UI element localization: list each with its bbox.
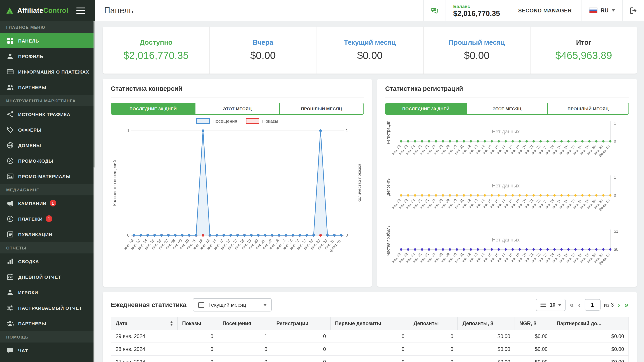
column-header[interactable]: Дата [111,317,178,330]
sidebar-item-payments-info[interactable]: ИНФОРМАЦИЯ О ПЛАТЕЖАХ [0,64,95,79]
svg-text:$0: $0 [614,247,618,252]
chat-button[interactable] [423,0,445,21]
sidebar-scrollbar-thumb[interactable] [94,21,95,168]
conversions-chart: 1010Количество посещенийКоличество показ… [111,124,364,261]
logout-button[interactable] [622,0,644,21]
notification-badge: 1 [46,215,52,222]
sidebar-item-chat[interactable]: ЧАТ [0,342,95,358]
page-number-input[interactable] [584,299,600,310]
sidebar-item-panel[interactable]: ПАНЕЛЬ [0,33,95,48]
legend-swatch [246,118,260,124]
table-cell: 0 [178,356,218,362]
registrations-tab[interactable]: ПРОШЛЫЙ МЕСЯЦ [548,103,628,114]
summary-card-available: Доступно$2,016,770.35 [103,26,210,74]
sidebar-item-label: ОФФЕРЫ [18,127,42,132]
pagination-controls: 10 « ‹ из 3 › » [536,299,629,311]
column-header[interactable]: Показы [178,317,218,330]
conversions-tab[interactable]: ПРОШЛЫЙ МЕСЯЦ [279,103,364,114]
column-header[interactable]: Партнерский до... [552,317,629,330]
column-header[interactable]: Депозиты [409,317,458,330]
pagination-prev-button[interactable]: ‹ [578,301,581,308]
column-header[interactable]: Депозиты, $ [458,317,515,330]
conversions-tab[interactable]: ЭТОТ МЕСЯЦ [195,103,279,114]
sidebar-item-traffic-source[interactable]: ИСТОЧНИК ТРАФИКА [0,106,95,122]
column-header[interactable]: Первые депозиты [330,317,409,330]
partners-group-icon [6,320,14,327]
pagination-last-button[interactable]: » [624,301,629,308]
traffic-source-icon [6,110,14,118]
table-row[interactable]: 27 янв. 202400000$0.00$0.00$0.00 [111,356,629,362]
sidebar-item-domains[interactable]: ДОМЕНЫ [0,137,95,153]
legend-item[interactable]: Посещения [196,118,237,124]
registrations-tabs: ПОСЛЕДНИЕ 30 ДНЕЙЭТОТ МЕСЯЦПРОШЛЫЙ МЕСЯЦ [385,103,629,115]
registrations-tab[interactable]: ЭТОТ МЕСЯЦ [466,103,548,114]
legend-swatch [196,118,210,124]
sidebar-item-promo-codes[interactable]: ПРОМО-КОДЫ [0,153,95,168]
sort-icon[interactable] [167,321,173,326]
topbar: Панель Баланс $2,016,770.35 SECOND MANAG… [95,0,644,21]
svg-text:Количество посещений: Количество посещений [112,160,117,206]
svg-text:Нет данных: Нет данных [492,183,520,188]
manager-menu[interactable]: SECOND MANAGER [508,0,582,21]
table-cell: 0 [409,356,458,362]
logo[interactable]: AffiliateControl [0,0,95,21]
daily-report-icon [6,273,14,280]
topbar-right: Баланс $2,016,770.35 SECOND MANAGER RU [423,0,644,21]
sidebar-item-payments[interactable]: $ПЛАТЕЖИ1 [0,211,95,226]
period-select[interactable]: Текущий месяц [192,298,272,312]
sidebar-item-label: ПАНЕЛЬ [18,38,39,43]
legend-item[interactable]: Показы [246,118,278,124]
table-cell: 0 [272,330,330,343]
column-header[interactable]: Посещения [218,317,272,330]
sidebar-item-promo-materials[interactable]: ПРОМО-МАТЕРИАЛЫ [0,168,95,184]
sidebar-item-label: СВОДКА [18,258,39,264]
table-cell: 0 [178,343,218,356]
table-row[interactable]: 29 янв. 202401000$0.00$0.00$0.00 [111,330,629,343]
pagination-next-button[interactable]: › [618,301,621,308]
conversions-tab[interactable]: ПОСЛЕДНИЕ 30 ДНЕЙ [111,103,195,114]
sidebar-item-summary[interactable]: СВОДКА [0,254,95,269]
page-count-label: из 3 [604,302,614,308]
sidebar-item-publications[interactable]: ПУБЛИКАЦИИ [0,226,95,242]
sidebar-item-daily-report[interactable]: ДНЕВНОЙ ОТЧЕТ [0,269,95,284]
sidebar-item-campaigns[interactable]: КАМПАНИИ1 [0,196,95,211]
page-size-select[interactable]: 10 [536,299,566,311]
charts-row: Статистика конверсий ПОСЛЕДНИЕ 30 ДНЕЙЭТ… [103,79,637,287]
logo-icon [5,6,14,15]
chat-bubbles-icon [430,7,438,14]
chevron-down-icon [558,304,562,306]
sidebar-item-partners-report[interactable]: ПАРТНЕРЫ [0,316,95,331]
column-header[interactable]: Регистрации [272,317,330,330]
sidebar-section-header: ОТЧЕТЫ [0,242,95,254]
sidebar-section-header: ИНСТРУМЕНТЫ МАРКЕТИНГА [0,95,95,106]
dashboard-icon [6,37,14,44]
table-cell: $0.00 [552,356,629,362]
sidebar-item-offers[interactable]: ОФФЕРЫ [0,122,95,137]
sidebar-item-label: ИНФОРМАЦИЯ О ПЛАТЕЖАХ [18,69,89,74]
sidebar-section-header: ПОМОЩЬ [0,331,95,342]
language-selector[interactable]: RU [582,0,622,21]
flag-ru-icon [589,8,598,13]
balance-value: $2,016,770.35 [453,9,500,18]
table-cell: 0 [272,343,330,356]
balance-label: Баланс [453,3,470,9]
sidebar-item-partners[interactable]: ПАРТНЕРЫ [0,79,95,95]
column-header-label: Дата [116,321,128,326]
sidebar-toggle-button[interactable] [75,5,86,17]
svg-text:Нет данных: Нет данных [492,237,520,242]
table-cell: $0.00 [458,343,515,356]
sidebar-item-players[interactable]: ИГРОКИ [0,284,95,300]
pagination-first-button[interactable]: « [569,301,574,308]
table-cell: $0.00 [515,343,552,356]
campaigns-icon [6,200,14,207]
promo-codes-icon [6,157,14,164]
summary-card-total: Итог$465,963.89 [530,26,637,74]
sidebar-item-custom-report[interactable]: НАСТРАИВАЕМЫЙ ОТЧЕТ [0,300,95,316]
registrations-tab[interactable]: ПОСЛЕДНИЕ 30 ДНЕЙ [386,103,466,114]
svg-text:1: 1 [614,121,616,126]
sidebar-item-profile[interactable]: ПРОФИЛЬ [0,48,95,64]
registrations-strip-2: $1$0Чистая прибыльНет данныхянв. 02янв. … [385,226,629,278]
column-header[interactable]: NGR, $ [515,317,552,330]
table-cell: 0 [330,356,409,362]
table-row[interactable]: 28 янв. 202400000$0.00$0.00$0.00 [111,343,629,356]
